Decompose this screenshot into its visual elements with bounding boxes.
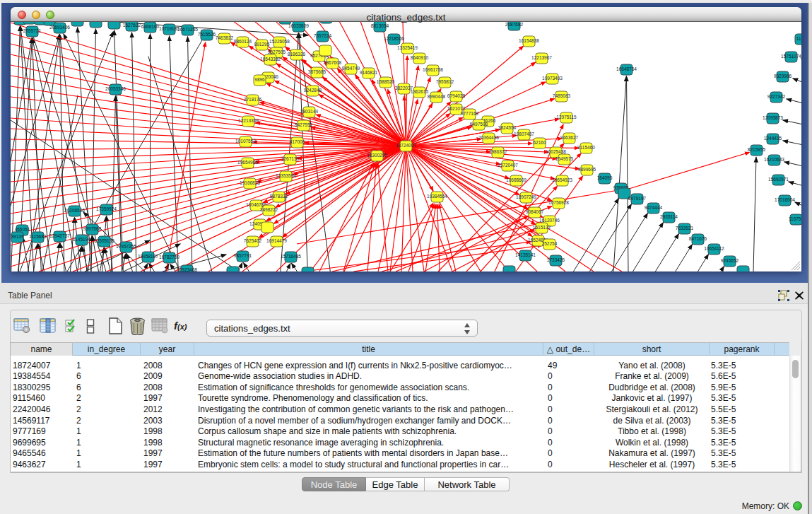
svg-text:10719185: 10719185	[159, 26, 180, 31]
svg-text:13325419: 13325419	[397, 45, 418, 50]
svg-text:9227342: 9227342	[767, 94, 786, 99]
svg-text:6794028: 6794028	[447, 93, 466, 98]
svg-text:6497508: 6497508	[470, 122, 488, 127]
svg-text:19166825: 19166825	[240, 180, 260, 185]
svg-text:15720407: 15720407	[498, 163, 518, 168]
svg-text:18907249: 18907249	[516, 194, 536, 199]
svg-text:2718176: 2718176	[244, 97, 262, 102]
svg-text:8640910: 8640910	[411, 55, 429, 60]
svg-text:16120746: 16120746	[539, 218, 560, 223]
svg-text:1615132: 1615132	[533, 225, 551, 230]
svg-text:12218506: 12218506	[384, 36, 404, 41]
svg-text:17359924: 17359924	[96, 206, 117, 211]
svg-text:1498222: 1498222	[260, 207, 278, 212]
svg-text:16648764: 16648764	[616, 66, 637, 71]
svg-text:15226058: 15226058	[269, 39, 290, 44]
svg-text:9242848: 9242848	[304, 88, 322, 93]
svg-text:39139: 39139	[11, 234, 23, 239]
svg-text:9397568: 9397568	[83, 226, 102, 231]
svg-text:16543382: 16543382	[260, 57, 281, 62]
svg-text:1621072: 1621072	[447, 106, 466, 111]
svg-text:9857791: 9857791	[234, 253, 252, 258]
svg-text:12923468: 12923468	[177, 267, 197, 271]
svg-text:16961758: 16961758	[423, 67, 443, 72]
svg-text:455051: 455051	[15, 227, 30, 232]
svg-text:3875685: 3875685	[308, 69, 326, 74]
svg-text:10807487: 10807487	[514, 132, 534, 136]
svg-text:18300295: 18300295	[367, 153, 387, 158]
svg-text:3267130: 3267130	[281, 156, 300, 161]
svg-text:9899695: 9899695	[578, 167, 596, 172]
svg-text:20206526: 20206526	[64, 208, 85, 213]
svg-text:62160: 62160	[533, 140, 546, 145]
svg-text:9463627: 9463627	[560, 135, 579, 140]
svg-text:7515526: 7515526	[198, 32, 216, 37]
svg-text:19654985: 19654985	[237, 160, 258, 165]
svg-text:19654923: 19654923	[552, 177, 572, 182]
svg-text:9777169: 9777169	[461, 111, 479, 116]
svg-text:12093873: 12093873	[763, 115, 783, 120]
svg-text:16914479: 16914479	[266, 238, 287, 243]
svg-text:8186328: 8186328	[288, 52, 306, 57]
svg-text:1244415: 1244415	[764, 136, 782, 141]
svg-text:6466160: 6466160	[141, 24, 160, 29]
svg-text:1733426: 1733426	[547, 257, 565, 262]
svg-text:252254: 252254	[542, 241, 558, 246]
svg-text:2087682: 2087682	[505, 22, 524, 27]
svg-text:16210643: 16210643	[764, 157, 784, 162]
svg-text:1145194: 1145194	[73, 237, 90, 242]
svg-text:12213369: 12213369	[238, 118, 259, 123]
svg-text:20691406: 20691406	[49, 25, 70, 30]
svg-text:2867608: 2867608	[324, 60, 342, 65]
svg-text:164095: 164095	[597, 175, 613, 180]
svg-text:417006: 417006	[290, 139, 305, 144]
svg-text:17016504: 17016504	[775, 197, 795, 202]
svg-text:12975115: 12975115	[556, 115, 577, 119]
svg-text:10025438: 10025438	[546, 149, 566, 154]
svg-text:10107553: 10107553	[235, 139, 256, 144]
svg-text:7625402: 7625402	[244, 238, 262, 243]
svg-text:9527505: 9527505	[268, 49, 286, 54]
svg-text:7485083: 7485083	[553, 93, 571, 98]
svg-text:1362615: 1362615	[411, 89, 429, 94]
svg-text:9329966: 9329966	[774, 74, 792, 78]
svg-text:8471676: 8471676	[689, 236, 707, 241]
svg-text:8454749: 8454749	[342, 66, 360, 71]
svg-text:9084067: 9084067	[526, 209, 544, 214]
svg-text:8215955: 8215955	[748, 147, 766, 152]
svg-text:1112: 1112	[796, 36, 801, 41]
svg-text:16782759: 16782759	[159, 255, 180, 259]
svg-text:9245652: 9245652	[721, 258, 739, 263]
svg-text:10756928: 10756928	[548, 200, 569, 205]
svg-text:1588520: 1588520	[377, 79, 395, 84]
svg-text:16671355: 16671355	[177, 27, 198, 32]
svg-text:9146821: 9146821	[360, 70, 378, 75]
svg-text:8860124: 8860124	[234, 39, 252, 44]
svg-text:7463822: 7463822	[216, 35, 234, 40]
svg-text:19958107: 19958107	[138, 254, 158, 259]
svg-text:12942737: 12942737	[49, 233, 70, 238]
svg-text:1549575: 1549575	[555, 156, 574, 161]
svg-text:8878332: 8878332	[270, 194, 288, 199]
svg-text:19384554: 19384554	[427, 194, 447, 199]
svg-text:9115460: 9115460	[577, 145, 595, 150]
svg-text:116753: 116753	[789, 216, 801, 221]
svg-text:12505135: 12505135	[94, 238, 114, 243]
svg-text:1115683: 1115683	[29, 234, 47, 239]
svg-text:2055721: 2055721	[23, 28, 42, 33]
svg-text:16033809: 16033809	[288, 23, 309, 28]
svg-text:17957255: 17957255	[116, 244, 136, 249]
svg-text:6479197: 6479197	[628, 196, 647, 201]
svg-text:2803144: 2803144	[300, 109, 319, 114]
svg-text:12213967: 12213967	[531, 55, 552, 60]
svg-text:9474444: 9474444	[645, 205, 663, 210]
svg-text:8990448: 8990448	[428, 94, 446, 99]
svg-text:9896: 9896	[254, 77, 265, 82]
svg-text:891295: 891295	[254, 42, 270, 47]
svg-text:15751074: 15751074	[781, 54, 801, 59]
svg-text:18724007: 18724007	[396, 143, 416, 148]
svg-text:7357224: 7357224	[314, 33, 332, 38]
svg-text:7986372: 7986372	[489, 149, 507, 154]
svg-text:15692971: 15692971	[768, 177, 789, 182]
svg-text:3824554: 3824554	[498, 125, 517, 130]
